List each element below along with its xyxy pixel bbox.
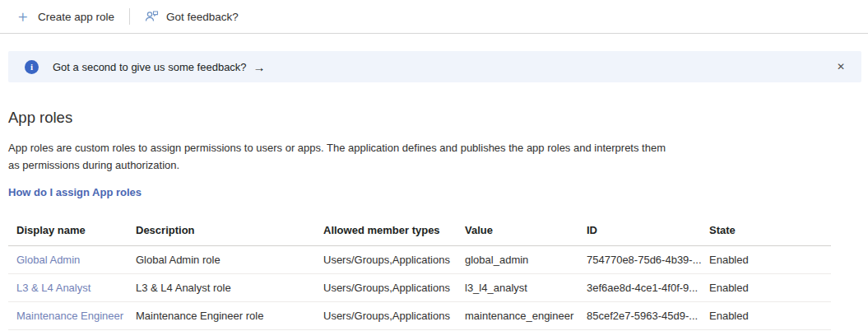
got-feedback-label: Got feedback?: [166, 11, 239, 23]
create-app-role-label: Create app role: [38, 11, 114, 23]
role-link-l3-l4-analyst[interactable]: L3 & L4 Analyst: [16, 282, 91, 294]
command-bar: ＋ Create app role Got feedback?: [0, 0, 868, 34]
how-do-i-assign-link[interactable]: How do I assign App roles: [8, 186, 142, 198]
page-title: App roles: [8, 109, 868, 127]
feedback-person-icon: [145, 10, 159, 23]
banner-message: Got a second to give us some feedback?: [53, 61, 247, 73]
got-feedback-button[interactable]: Got feedback?: [142, 5, 242, 28]
info-icon: i: [25, 60, 39, 74]
column-header-value: Value: [457, 218, 578, 245]
cell-value: l3_l4_analyst: [457, 274, 578, 301]
banner-close-icon[interactable]: ✕: [832, 58, 850, 75]
banner-arrow-icon[interactable]: →: [253, 60, 266, 74]
table-row: L3 & L4 Analyst L3 & L4 Analyst role Use…: [8, 274, 831, 302]
cell-description: Global Admin role: [128, 246, 315, 273]
column-header-state: State: [701, 218, 831, 245]
app-roles-table: Display name Description Allowed member …: [8, 218, 831, 330]
cell-value: maintenance_engineer: [457, 302, 578, 329]
toolbar-divider: [129, 8, 130, 25]
cell-id: 85cef2e7-5963-45d9-...: [578, 302, 701, 329]
table-row: Maintenance Engineer Maintenance Enginee…: [8, 302, 831, 330]
table-body: Global Admin Global Admin role Users/Gro…: [8, 246, 831, 330]
cell-id: 3ef6ae8d-4ce1-4f0f-9...: [578, 274, 701, 301]
cell-id: 754770e8-75d6-4b39-...: [578, 246, 701, 273]
cell-value: global_admin: [457, 246, 578, 273]
role-link-maintenance-engineer[interactable]: Maintenance Engineer: [16, 310, 123, 322]
cell-member-types: Users/Groups,Applications: [315, 302, 457, 329]
role-link-global-admin[interactable]: Global Admin: [16, 254, 80, 266]
cell-state: Enabled: [701, 274, 831, 301]
create-app-role-button[interactable]: ＋ Create app role: [12, 6, 118, 28]
column-header-member-types: Allowed member types: [315, 218, 457, 245]
cell-member-types: Users/Groups,Applications: [315, 274, 457, 301]
feedback-banner: i Got a second to give us some feedback?…: [8, 51, 861, 82]
cell-member-types: Users/Groups,Applications: [315, 246, 457, 273]
column-header-id: ID: [578, 218, 701, 245]
column-header-display-name: Display name: [8, 218, 128, 245]
cell-state: Enabled: [701, 302, 831, 329]
page-description: App roles are custom roles to assign per…: [8, 139, 676, 175]
table-row: Global Admin Global Admin role Users/Gro…: [8, 246, 831, 274]
column-header-description: Description: [128, 218, 315, 245]
cell-description: Maintenance Engineer role: [128, 302, 315, 329]
cell-state: Enabled: [701, 246, 831, 273]
table-header-row: Display name Description Allowed member …: [8, 218, 831, 246]
plus-icon: ＋: [15, 11, 30, 22]
cell-description: L3 & L4 Analyst role: [128, 274, 315, 301]
main-content: App roles App roles are custom roles to …: [0, 109, 868, 330]
